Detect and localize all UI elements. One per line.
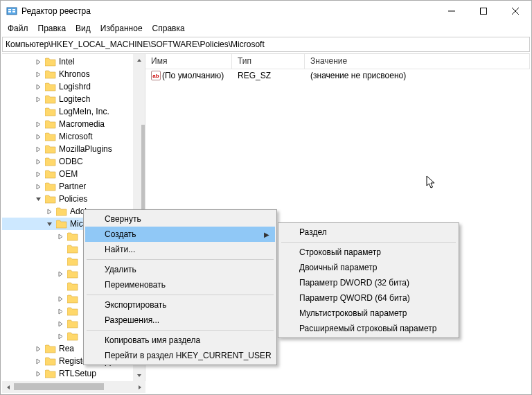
- tree-hscrollbar[interactable]: [2, 381, 145, 393]
- cm-find[interactable]: Найти...: [85, 242, 275, 257]
- folder-icon: [67, 307, 78, 316]
- folder-icon: [56, 207, 67, 216]
- tree-collapsed-icon[interactable]: [35, 146, 45, 152]
- tree-collapsed-icon[interactable]: [57, 308, 67, 315]
- tree-collapsed-icon[interactable]: [35, 71, 45, 78]
- tree-label: Logishrd: [59, 82, 94, 91]
- tree-collapsed-icon[interactable]: [35, 121, 45, 128]
- svg-rect-4: [12, 11, 15, 12]
- tree-item[interactable]: OEM: [2, 168, 145, 180]
- cm-copy-key-name[interactable]: Копировать имя раздела: [85, 333, 275, 348]
- sm-separator: [281, 242, 456, 243]
- tree-collapsed-icon[interactable]: [57, 333, 67, 340]
- sm-qword[interactable]: Параметр QWORD (64 бита): [280, 290, 457, 306]
- tree-item[interactable]: Intel: [2, 55, 145, 68]
- window-title: Редактор реестра: [21, 6, 436, 16]
- sm-key[interactable]: Раздел: [280, 225, 457, 240]
- menu-favorites[interactable]: Избранное: [96, 22, 147, 35]
- hscroll-right-arrow[interactable]: [134, 381, 145, 393]
- folder-icon: [67, 270, 78, 279]
- tree-item[interactable]: Partner: [2, 180, 145, 193]
- col-header-value[interactable]: Значение: [305, 54, 530, 69]
- cm-separator: [87, 295, 274, 295]
- menu-view[interactable]: Вид: [71, 22, 95, 35]
- titlebar[interactable]: Редактор реестра: [1, 1, 531, 21]
- close-button[interactable]: [499, 1, 531, 21]
- tree-item[interactable]: Macromedia: [2, 118, 145, 130]
- minimize-button[interactable]: [436, 1, 468, 21]
- cm-export[interactable]: Экспортировать: [85, 297, 275, 313]
- folder-icon: [67, 295, 78, 304]
- menu-help[interactable]: Справка: [148, 22, 189, 35]
- tree-collapsed-icon[interactable]: [35, 159, 45, 165]
- svg-rect-2: [8, 11, 11, 12]
- folder-icon: [45, 132, 56, 141]
- address-path: Компьютер\HKEY_LOCAL_MACHINE\SOFTWARE\Po…: [6, 40, 265, 49]
- tree-label: ODBC: [59, 157, 86, 166]
- tree-item[interactable]: Logishrd: [2, 80, 145, 93]
- tree-collapsed-icon[interactable]: [35, 59, 45, 65]
- tree-collapsed-icon[interactable]: [35, 171, 45, 177]
- tree-item[interactable]: Khronos: [2, 68, 145, 80]
- sm-string[interactable]: Строковый параметр: [280, 245, 457, 260]
- submenu-arrow-icon: ▶: [264, 231, 269, 238]
- hscroll-thumb[interactable]: [14, 383, 104, 390]
- folder-icon: [45, 58, 56, 67]
- col-header-type[interactable]: Тип: [232, 54, 305, 69]
- tree-item[interactable]: Logitech: [2, 93, 145, 105]
- cm-rename[interactable]: Переименовать: [85, 277, 275, 292]
- folder-icon: [45, 182, 56, 191]
- tree-collapsed-icon[interactable]: [57, 321, 67, 327]
- sm-expandstring[interactable]: Расширяемый строковый параметр: [280, 321, 457, 336]
- cm-permissions[interactable]: Разрешения...: [85, 313, 275, 328]
- folder-icon: [67, 332, 78, 341]
- sm-multistring[interactable]: Мультистроковый параметр: [280, 306, 457, 321]
- folder-icon: [45, 120, 56, 129]
- sm-dword[interactable]: Параметр DWORD (32 бита): [280, 275, 457, 290]
- tree-collapsed-icon[interactable]: [35, 84, 45, 90]
- hscroll-left-arrow[interactable]: [2, 381, 14, 393]
- tree-collapsed-icon[interactable]: [46, 209, 56, 215]
- tree-collapsed-icon[interactable]: [35, 371, 45, 377]
- tree-expanded-icon[interactable]: [46, 221, 56, 227]
- tree-collapsed-icon[interactable]: [57, 296, 67, 302]
- scroll-up-arrow[interactable]: [133, 54, 145, 66]
- scroll-down-arrow[interactable]: [133, 369, 145, 381]
- tree-item[interactable]: Policies: [2, 193, 145, 205]
- cm-delete[interactable]: Удалить: [85, 262, 275, 277]
- menu-edit[interactable]: Правка: [34, 22, 71, 35]
- tree-label: Rea: [59, 344, 77, 353]
- cm-create[interactable]: Создать▶: [85, 227, 275, 242]
- address-bar[interactable]: Компьютер\HKEY_LOCAL_MACHINE\SOFTWARE\Po…: [2, 37, 530, 52]
- col-header-name[interactable]: Имя: [145, 54, 232, 69]
- tree-collapsed-icon[interactable]: [35, 184, 45, 190]
- tree-item[interactable]: RTLSetup: [2, 367, 145, 380]
- tree-label: Macromedia: [59, 119, 107, 129]
- tree-label: RTLSetup: [59, 369, 99, 378]
- tree-item[interactable]: ODBC: [2, 155, 145, 168]
- list-row-default[interactable]: ab (По умолчанию) REG_SZ (значение не пр…: [145, 69, 530, 82]
- list-header: Имя Тип Значение: [145, 54, 530, 69]
- cm-goto-hkcu[interactable]: Перейти в раздел HKEY_CURRENT_USER: [85, 348, 275, 363]
- menu-file[interactable]: Файл: [3, 22, 33, 35]
- tree-label: Partner: [59, 182, 89, 191]
- cm-collapse[interactable]: Свернуть: [85, 211, 275, 227]
- tree-item[interactable]: MozillaPlugins: [2, 143, 145, 155]
- tree-collapsed-icon[interactable]: [57, 271, 67, 277]
- tree-collapsed-icon[interactable]: [35, 134, 45, 140]
- tree-expanded-icon[interactable]: [35, 196, 45, 202]
- value-name: (По умолчанию): [162, 71, 224, 80]
- maximize-button[interactable]: [468, 1, 499, 21]
- tree-item[interactable]: Microsoft: [2, 130, 145, 143]
- tree-collapsed-icon[interactable]: [35, 358, 45, 365]
- app-icon: [6, 6, 17, 17]
- tree-collapsed-icon[interactable]: [35, 96, 45, 103]
- tree-collapsed-icon[interactable]: [35, 346, 45, 352]
- tree-item[interactable]: LogMeIn, Inc.: [2, 105, 145, 118]
- sm-binary[interactable]: Двоичный параметр: [280, 260, 457, 275]
- tree-label: Intel: [59, 57, 78, 67]
- cm-separator: [87, 330, 274, 331]
- svg-marker-10: [137, 374, 141, 377]
- tree-collapsed-icon[interactable]: [57, 234, 67, 240]
- folder-icon: [56, 220, 67, 229]
